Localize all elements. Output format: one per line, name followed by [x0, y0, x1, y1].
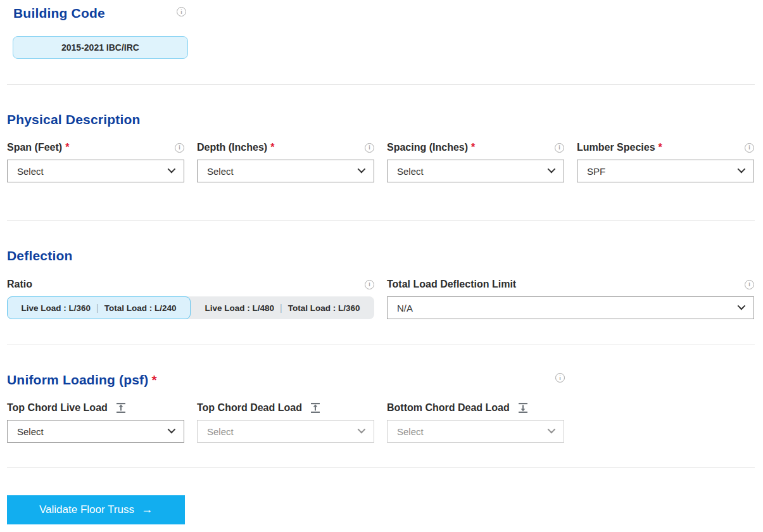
info-icon[interactable] — [177, 7, 186, 16]
depth-select-value: Select — [207, 166, 234, 177]
depth-select[interactable]: Select — [197, 160, 374, 182]
ratio-total-load: Total Load : L/240 — [104, 303, 177, 313]
total-load-limit-select[interactable]: N/A — [387, 296, 754, 319]
physical-description-title: Physical Description — [7, 112, 141, 127]
top-chord-live-load-label: Top Chord Live Load — [7, 402, 108, 414]
ratio-option-selected[interactable]: Live Load : L/360 | Total Load : L/240 — [7, 296, 191, 319]
top-chord-dead-load-label-row: Top Chord Dead Load — [197, 402, 374, 414]
chevron-down-icon — [548, 165, 556, 173]
top-chord-live-load-value: Select — [17, 426, 44, 437]
ratio-option-unselected[interactable]: Live Load : L/480 | Total Load : L/360 — [191, 296, 374, 319]
depth-label: Depth (Inches)* — [197, 142, 274, 153]
top-chord-live-load-select[interactable]: Select — [7, 420, 184, 443]
info-icon[interactable] — [175, 143, 184, 153]
info-icon[interactable] — [555, 373, 565, 383]
uniform-loading-title: Uniform Loading (psf)* — [7, 372, 157, 388]
arrow-up-between-lines-icon — [310, 402, 321, 414]
deflection-labels: Ratio Total Load Deflection Limit — [7, 279, 755, 290]
lumber-species-select-value: SPF — [587, 166, 605, 177]
required-marker: * — [152, 372, 157, 387]
span-label: Span (Feet)* — [7, 142, 69, 153]
ratio-label-row: Ratio — [7, 279, 374, 290]
bottom-chord-dead-load-value: Select — [397, 426, 424, 437]
top-chord-dead-load-value: Select — [207, 426, 234, 437]
floor-truss-form: Building Code 2015-2021 IBC/IRC Physical… — [0, 0, 763, 532]
physical-description-selects: Select Select Select SPF — [7, 160, 755, 182]
top-chord-dead-load-label: Top Chord Dead Load — [197, 402, 302, 414]
ratio-label: Ratio — [7, 279, 32, 290]
physical-description-labels: Span (Feet)* Depth (Inches)* Spacing (In… — [7, 142, 755, 153]
deflection-title: Deflection — [7, 248, 73, 263]
bottom-chord-dead-load-label-row: Bottom Chord Dead Load — [387, 402, 564, 414]
section-divider — [7, 345, 755, 345]
chevron-down-icon — [738, 165, 746, 173]
ratio-total-load: Total Load : L/360 — [288, 303, 360, 313]
span-select-value: Select — [17, 166, 44, 177]
chevron-down-icon — [168, 165, 176, 173]
ratio-live-load: Live Load : L/480 — [205, 303, 275, 313]
section-divider — [7, 84, 755, 85]
building-code-header: Building Code — [7, 5, 755, 22]
section-divider — [7, 220, 755, 221]
span-select[interactable]: Select — [7, 160, 184, 182]
chevron-down-icon — [738, 301, 746, 310]
required-marker: * — [659, 142, 662, 153]
total-load-limit-label-row: Total Load Deflection Limit — [387, 279, 754, 290]
validate-floor-truss-button[interactable]: Validate Floor Truss → — [7, 495, 185, 524]
chevron-down-icon — [548, 425, 556, 433]
lumber-species-label: Lumber Species* — [577, 142, 662, 153]
lumber-species-select[interactable]: SPF — [577, 160, 754, 182]
section-divider — [7, 467, 755, 468]
uniform-loading-selects: Select Select Select — [7, 420, 755, 443]
top-chord-live-load-label-row: Top Chord Live Load — [7, 402, 184, 414]
top-chord-dead-load-select[interactable]: Select — [197, 420, 374, 443]
required-marker: * — [471, 142, 475, 153]
arrow-down-between-lines-icon — [517, 402, 529, 414]
bottom-chord-dead-load-label: Bottom Chord Dead Load — [387, 402, 510, 414]
chevron-down-icon — [358, 165, 366, 173]
lumber-species-label-row: Lumber Species* — [577, 142, 754, 153]
spacing-select-value: Select — [397, 166, 424, 177]
arrow-right-icon: → — [141, 503, 153, 516]
info-icon[interactable] — [365, 143, 374, 153]
spacing-label: Spacing (Inches)* — [387, 142, 475, 153]
arrow-up-between-lines-icon — [115, 402, 127, 414]
uniform-loading-labels: Top Chord Live Load Top Chord Dead Load … — [7, 402, 755, 414]
info-icon[interactable] — [745, 143, 754, 153]
spacing-select[interactable]: Select — [387, 160, 564, 182]
validate-button-label: Validate Floor Truss — [39, 504, 134, 516]
uniform-loading-header: Uniform Loading (psf)* — [7, 372, 755, 388]
info-icon[interactable] — [365, 280, 374, 289]
depth-label-row: Depth (Inches)* — [197, 142, 374, 153]
ratio-live-load: Live Load : L/360 — [22, 303, 91, 313]
info-icon[interactable] — [555, 143, 564, 153]
required-marker: * — [270, 142, 274, 153]
span-label-row: Span (Feet)* — [7, 142, 184, 153]
building-code-option[interactable]: 2015-2021 IBC/IRC — [13, 36, 188, 59]
info-icon[interactable] — [745, 280, 754, 289]
spacing-label-row: Spacing (Inches)* — [387, 142, 564, 153]
ratio-toggle-group: Live Load : L/360 | Total Load : L/240 L… — [7, 296, 374, 319]
chevron-down-icon — [168, 425, 176, 433]
total-load-limit-label: Total Load Deflection Limit — [387, 279, 516, 290]
separator: | — [274, 303, 288, 313]
building-code-title: Building Code — [13, 6, 105, 21]
total-load-limit-value: N/A — [397, 303, 413, 314]
building-code-option-label: 2015-2021 IBC/IRC — [61, 42, 139, 53]
bottom-chord-dead-load-select[interactable]: Select — [387, 420, 564, 443]
deflection-controls: Live Load : L/360 | Total Load : L/240 L… — [7, 296, 755, 319]
required-marker: * — [65, 142, 69, 153]
separator: | — [91, 303, 104, 313]
chevron-down-icon — [358, 425, 366, 433]
